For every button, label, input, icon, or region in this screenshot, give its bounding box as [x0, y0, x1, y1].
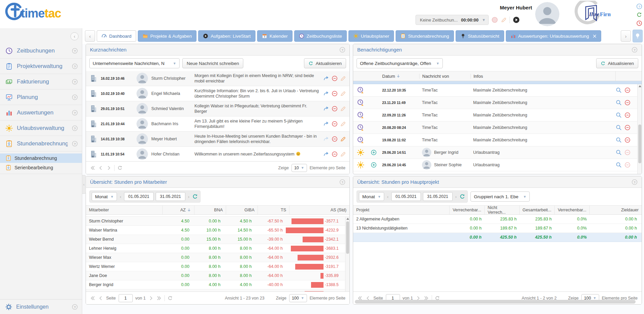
- dismiss-icon[interactable]: [624, 137, 631, 143]
- last-page-button[interactable]: [156, 295, 162, 301]
- help-icon[interactable]: ?: [632, 47, 638, 53]
- edit-icon[interactable]: [340, 151, 346, 157]
- tab[interactable]: Zeitbuchungsliste: [294, 30, 347, 42]
- tab[interactable]: Dashboard: [97, 30, 136, 42]
- chevron-down-icon[interactable]: ▼: [482, 18, 486, 22]
- vertical-scrollbar[interactable]: [637, 84, 642, 174]
- column-nachricht-von[interactable]: Nachricht von: [419, 74, 470, 79]
- sidebar-item[interactable]: Zeitbuchungen ?: [0, 43, 82, 59]
- first-page-button[interactable]: [90, 295, 95, 301]
- expand-icon[interactable]: [371, 162, 377, 168]
- message-filter-select[interactable]: Unternehmensweite Nachrichten, N ▼: [89, 58, 180, 68]
- prev-period-button[interactable]: ‹: [119, 194, 122, 199]
- tab[interactable]: Stundenabrechnung: [396, 30, 454, 42]
- message-row[interactable]: 10.02.19 10:40 Engel Michaela Kurzfristi…: [86, 86, 349, 101]
- scroll-up-arrow[interactable]: [639, 85, 641, 87]
- employee-row[interactable]: Wertz Werner 0.00 8.00 h 8.00 h -64.00 h…: [86, 262, 345, 271]
- notification-row[interactable]: 29.06.20 14:51 Berger Ingrid Urlaubsantr…: [353, 146, 637, 159]
- column-bna[interactable]: BNA: [194, 206, 226, 214]
- tabs-scroll-left-button[interactable]: ‹: [85, 30, 95, 42]
- view-details-icon[interactable]: [616, 137, 622, 143]
- column-giba[interactable]: GIBA: [226, 206, 258, 214]
- column-nicht-verrechenbar[interactable]: Nicht Verrech...: [485, 206, 520, 214]
- employee-row[interactable]: Jane Doe 0.00 8.00 h 8.00 h -64.00 h -33…: [86, 271, 345, 280]
- column-gesamtarbeit[interactable]: Gesamtarbeit...: [520, 206, 555, 214]
- tab[interactable]: Aufgaben: LiveStart: [198, 30, 255, 42]
- scroll-up-arrow[interactable]: [346, 218, 349, 220]
- delete-icon[interactable]: [332, 121, 338, 127]
- date-from-input[interactable]: 01.05.2021: [391, 192, 421, 201]
- selected-row-sliver[interactable]: [353, 81, 642, 84]
- column-verrechenbar[interactable]: Verrechenbar...: [450, 206, 485, 214]
- close-icon[interactable]: [593, 34, 596, 38]
- employee-row[interactable]: Berger Ingrid 0.00 4.00 h 4.00 h -40.00 …: [86, 280, 345, 289]
- tab[interactable]: Urlaubsplaner: [348, 30, 394, 42]
- help-icon[interactable]: ?: [72, 141, 78, 147]
- edit-icon[interactable]: [340, 136, 346, 142]
- forward-icon[interactable]: [323, 121, 329, 127]
- group-by-select[interactable]: Gruppiert nach 1. Ebe ▼: [470, 191, 530, 202]
- forward-icon[interactable]: [323, 136, 329, 142]
- notification-row[interactable]: 20.08.20 08:24 TimeTac Maximale Zeitüber…: [353, 121, 637, 134]
- forward-icon[interactable]: [323, 91, 329, 97]
- employee-row[interactable]: Weber Bernd 0.00 15.00 h 15.00 h -39.00 …: [86, 235, 345, 244]
- message-row[interactable]: 16.02.19 10:46 Sturm Christopher Morgen …: [86, 71, 349, 86]
- date-to-input[interactable]: 31.05.2021: [156, 192, 185, 201]
- page-size-select[interactable]: 10 ▼: [292, 164, 307, 172]
- sidebar-sub-item[interactable]: Serienbearbeitung: [0, 163, 82, 172]
- column-verrechenbar-pct[interactable]: Verrechenbar...: [555, 206, 590, 214]
- dismiss-icon[interactable]: [624, 162, 631, 168]
- refresh-icon[interactable]: [459, 194, 465, 200]
- sidebar-resize-handle[interactable]: ‹: [82, 175, 86, 194]
- next-period-button[interactable]: ›: [187, 194, 190, 199]
- refresh-notifications-button[interactable]: Aktualisieren: [596, 58, 638, 68]
- help-icon[interactable]: ?: [632, 179, 638, 185]
- refresh-list-button[interactable]: [167, 295, 173, 301]
- delete-icon[interactable]: [332, 136, 338, 142]
- tab[interactable]: Projekte & Aufgaben: [138, 30, 196, 42]
- notification-filter-select[interactable]: Offene Zeitbuchungsanträge, Offen ▼: [357, 58, 443, 68]
- new-message-button[interactable]: Neue Nachricht schreiben: [182, 58, 243, 68]
- view-details-icon[interactable]: [616, 149, 622, 155]
- forward-icon[interactable]: [323, 75, 329, 81]
- vertical-scrollbar[interactable]: [345, 217, 349, 291]
- notification-row[interactable]: 23.11.20 11:49 TimeTac Maximale Zeitüber…: [353, 97, 637, 109]
- prev-period-button[interactable]: ‹: [386, 194, 389, 199]
- scrollbar-thumb[interactable]: [346, 221, 349, 254]
- tab[interactable]: Auswertungen: Urlaubsauswertung: [506, 30, 601, 42]
- dismiss-icon[interactable]: [624, 149, 631, 155]
- help-icon[interactable]: ?: [72, 110, 78, 116]
- employee-row[interactable]: Wieser Max 0.00 8.00 h 8.00 h -64.00 h -…: [86, 253, 345, 262]
- employee-row[interactable]: Lehner Herwig 0.00 8.00 h 8.00 h -64.00 …: [86, 244, 345, 253]
- page-input[interactable]: 1: [119, 294, 133, 302]
- column-az[interactable]: AZ: [163, 206, 194, 214]
- refresh-list-button[interactable]: [117, 165, 123, 171]
- notification-row[interactable]: 22.12.20 10:35 TimeTac Maximale Zeitüber…: [353, 84, 637, 97]
- first-page-button[interactable]: [90, 165, 95, 171]
- refresh-icon[interactable]: [192, 194, 198, 200]
- column-projekt[interactable]: Projekt: [353, 206, 450, 214]
- employee-row[interactable]: Sturm Christopher 4.50 0.00 h 4.50 h -67…: [86, 217, 345, 226]
- notification-row[interactable]: 22.09.20 11:26 TimeTac Maximale Zeitüber…: [353, 109, 637, 121]
- dismiss-icon[interactable]: [624, 100, 631, 106]
- help-icon[interactable]: ?: [72, 48, 78, 54]
- edit-icon[interactable]: [340, 75, 346, 81]
- sidebar-item[interactable]: Planung ?: [0, 90, 82, 105]
- delete-icon[interactable]: [332, 75, 338, 81]
- sidebar-item-settings[interactable]: Einstellungen ?: [0, 299, 82, 314]
- column-zieldauer[interactable]: Zieldauer: [590, 206, 642, 214]
- tracker-task-selector[interactable]: Keine Zeitbuchun... 00:00:00 ▼: [416, 15, 489, 25]
- notification-row[interactable]: 19.08.20 11:02 TimeTac Maximale Zeitüber…: [353, 134, 637, 146]
- edit-icon[interactable]: [340, 91, 346, 97]
- edit-icon[interactable]: [340, 106, 346, 112]
- refresh-icon[interactable]: [636, 12, 642, 18]
- forward-icon[interactable]: [323, 106, 329, 112]
- period-select[interactable]: Monat ▼: [359, 192, 384, 201]
- sidebar-item[interactable]: Stundenabrechnung ?: [0, 136, 82, 151]
- column-mitarbeiter[interactable]: Mitarbeiter: [86, 206, 163, 214]
- view-details-icon[interactable]: [616, 87, 622, 93]
- next-page-button[interactable]: [148, 295, 154, 301]
- clock-icon[interactable]: [636, 20, 642, 26]
- forward-icon[interactable]: [323, 151, 329, 157]
- help-icon[interactable]: ?: [72, 125, 78, 131]
